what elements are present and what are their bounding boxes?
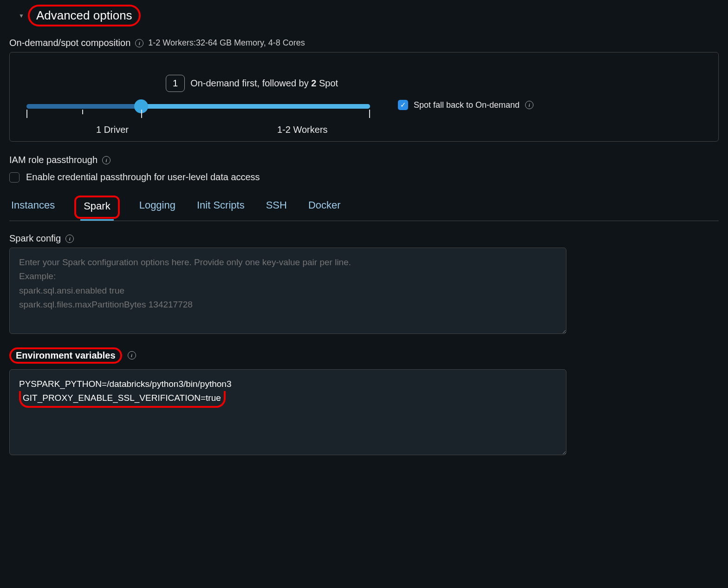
iam-section: IAM role passthrough i Enable credential… bbox=[9, 155, 719, 183]
tab-instances[interactable]: Instances bbox=[9, 196, 57, 221]
spot-fallback-label: Spot fall back to On-demand bbox=[414, 100, 520, 110]
composition-box: 1 On-demand first, followed by 2 Spot 1 … bbox=[9, 52, 719, 142]
tabs: Instances Spark Logging Init Scripts SSH… bbox=[9, 196, 719, 221]
composition-label-row: On-demand/spot composition i 1-2 Workers… bbox=[9, 38, 719, 48]
advanced-options-title: Advanced options bbox=[28, 5, 141, 26]
slider-value-text: On-demand first, followed by 2 Spot bbox=[190, 78, 338, 89]
slider-tooltip: 1 On-demand first, followed by 2 Spot bbox=[166, 75, 702, 92]
slider-track[interactable] bbox=[26, 104, 370, 109]
tab-docker[interactable]: Docker bbox=[306, 196, 343, 221]
tooltip-suffix: Spot bbox=[316, 78, 338, 88]
tab-spark[interactable]: Spark bbox=[74, 196, 119, 219]
spot-fallback-row: ✓ Spot fall back to On-demand i bbox=[398, 100, 533, 110]
env-line-2: GIT_PROXY_ENABLE_SSL_VERIFICATION=true bbox=[19, 391, 557, 407]
workers-label: 1-2 Workers bbox=[277, 124, 328, 135]
composition-summary: 1-2 Workers:32-64 GB Memory, 4-8 Cores bbox=[148, 38, 305, 48]
slider-fill bbox=[138, 104, 370, 109]
env-vars-label: Environment variables bbox=[9, 347, 122, 364]
chevron-down-icon: ▼ bbox=[19, 13, 24, 19]
env-vars-textarea[interactable]: PYSPARK_PYTHON=/databricks/python3/bin/p… bbox=[9, 369, 566, 455]
tooltip-bold: 2 bbox=[311, 78, 316, 88]
slider-ticks bbox=[26, 110, 370, 118]
tab-logging[interactable]: Logging bbox=[137, 196, 177, 221]
env-highlight: GIT_PROXY_ENABLE_SSL_VERIFICATION=true bbox=[19, 391, 226, 407]
iam-label: IAM role passthrough bbox=[9, 155, 98, 165]
tab-init-scripts[interactable]: Init Scripts bbox=[195, 196, 247, 221]
spark-config-label: Spark config bbox=[9, 233, 61, 244]
info-icon[interactable]: i bbox=[128, 351, 136, 359]
driver-label: 1 Driver bbox=[96, 124, 129, 135]
iam-checkbox-label: Enable credential passthrough for user-l… bbox=[26, 172, 260, 183]
info-icon[interactable]: i bbox=[135, 39, 143, 47]
iam-checkbox-row: Enable credential passthrough for user-l… bbox=[9, 172, 719, 183]
info-icon[interactable]: i bbox=[102, 156, 110, 164]
composition-label: On-demand/spot composition bbox=[9, 38, 130, 48]
tab-ssh[interactable]: SSH bbox=[264, 196, 289, 221]
env-line-1: PYSPARK_PYTHON=/databricks/python3/bin/p… bbox=[19, 377, 557, 391]
info-icon[interactable]: i bbox=[525, 101, 533, 109]
slider-value-box: 1 bbox=[166, 75, 185, 92]
spark-config-label-row: Spark config i bbox=[9, 233, 719, 244]
slider-area: 1 Driver 1-2 Workers bbox=[26, 104, 370, 124]
spark-config-section: Spark config i bbox=[9, 233, 719, 336]
advanced-options-header[interactable]: ▼ Advanced options bbox=[19, 5, 719, 26]
spot-fallback-checkbox[interactable]: ✓ bbox=[398, 100, 408, 110]
env-vars-label-row: Environment variables i bbox=[9, 347, 136, 364]
info-icon[interactable]: i bbox=[65, 235, 74, 243]
iam-checkbox[interactable] bbox=[9, 172, 20, 183]
slider-row: 1 Driver 1-2 Workers ✓ Spot fall back to… bbox=[26, 104, 702, 124]
tooltip-prefix: On-demand first, followed by bbox=[190, 78, 311, 88]
spark-config-textarea[interactable] bbox=[9, 248, 566, 334]
iam-label-row: IAM role passthrough i bbox=[9, 155, 719, 165]
